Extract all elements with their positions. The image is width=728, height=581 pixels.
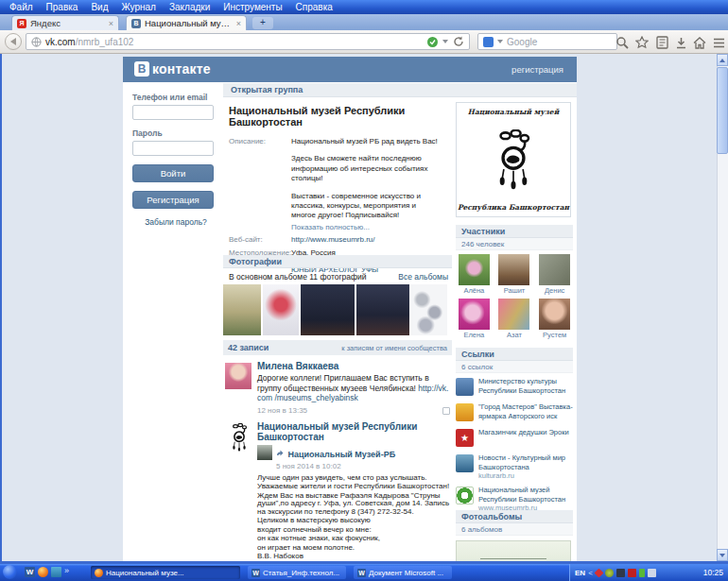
post-author-link[interactable]: Милена Вяккаева — [257, 361, 450, 371]
search-input[interactable]: Google — [477, 33, 617, 50]
member-name[interactable]: Алёна — [456, 286, 493, 295]
close-tab-icon[interactable]: × — [236, 19, 241, 28]
register-button[interactable]: Регистрация — [132, 191, 214, 209]
link-item[interactable]: Национальный музей Республики Башкортост… — [456, 486, 573, 512]
links-section-header[interactable]: Ссылки — [456, 348, 573, 361]
search-icon[interactable] — [615, 35, 630, 50]
avatar[interactable] — [459, 299, 490, 330]
link-text[interactable]: "Город Мастеров" Выставка-ярмарка Авторс… — [478, 402, 573, 420]
search-engine-caret-icon[interactable] — [497, 40, 503, 43]
bookmark-star-icon[interactable] — [634, 35, 650, 50]
tray-antivirus-icon[interactable] — [594, 568, 603, 577]
link-text[interactable]: Национальный музей Республики Башкортост… — [478, 486, 573, 504]
vk-logo[interactable]: В контакте — [134, 61, 211, 77]
scroll-up-button[interactable] — [717, 54, 728, 66]
start-button[interactable] — [3, 565, 17, 579]
link-text[interactable]: Магазинчик дедушки Эроки — [478, 428, 573, 437]
downloads-icon[interactable] — [673, 35, 688, 50]
hamburger-menu-icon[interactable] — [711, 35, 726, 50]
post-author-link[interactable]: Национальный музей Республики Башкортост… — [257, 421, 452, 442]
tray-app-icon[interactable] — [616, 569, 625, 577]
reload-icon[interactable] — [453, 36, 464, 47]
photo-thumbnail[interactable] — [301, 284, 355, 335]
home-icon[interactable] — [692, 35, 707, 50]
repost-avatar[interactable] — [257, 445, 272, 460]
members-count[interactable]: 246 человек — [456, 238, 573, 250]
menu-history[interactable]: Журнал — [114, 0, 163, 14]
scroll-down-button[interactable] — [717, 549, 728, 561]
firefox-quicklaunch-icon[interactable] — [38, 567, 48, 577]
password-field[interactable] — [132, 141, 214, 156]
menu-help[interactable]: Справка — [289, 0, 339, 14]
member-name[interactable]: Елена — [456, 331, 493, 339]
avatar[interactable] — [539, 299, 570, 330]
bookmarks-panel-icon[interactable] — [654, 35, 669, 50]
registration-link[interactable]: регистрация — [511, 64, 563, 75]
albums-count[interactable]: 6 альбомов — [456, 523, 573, 536]
taskbar-clock[interactable]: 10:25 — [703, 568, 723, 577]
show-more-link[interactable]: Показать полностью... — [291, 223, 442, 232]
member[interactable]: Рустем — [536, 299, 573, 339]
avatar[interactable] — [539, 254, 570, 285]
photo-thumbnail[interactable] — [356, 284, 409, 335]
show-desktop-icon[interactable] — [51, 567, 61, 577]
link-item[interactable]: ★ Магазинчик дедушки Эроки — [456, 428, 573, 448]
search-engine-icon[interactable] — [483, 37, 494, 47]
member-name[interactable]: Азат — [496, 331, 533, 339]
all-albums-link[interactable]: Все альбомы — [398, 272, 448, 282]
avatar[interactable] — [459, 254, 490, 285]
menu-view[interactable]: Вид — [84, 0, 114, 14]
quicklaunch-overflow-chevron[interactable]: » — [64, 566, 69, 575]
back-button[interactable] — [5, 33, 22, 50]
wall-filter-link[interactable]: к записям от имени сообщества — [341, 344, 447, 352]
website-link[interactable]: http://www.museumrb.ru/ — [291, 235, 442, 245]
avatar[interactable] — [498, 299, 529, 330]
login-button[interactable]: Войти — [132, 164, 214, 182]
member-name[interactable]: Рашит — [496, 286, 533, 295]
member[interactable]: Рашит — [496, 254, 533, 295]
avatar[interactable] — [227, 423, 251, 452]
link-item[interactable]: Министерство культуры Республики Башкорт… — [456, 377, 573, 397]
menu-file[interactable]: Файл — [3, 0, 40, 14]
member[interactable]: Денис — [536, 254, 573, 295]
language-indicator[interactable]: EN — [575, 569, 585, 577]
word-quicklaunch-icon[interactable]: W — [25, 567, 35, 577]
security-check-icon[interactable] — [427, 37, 438, 47]
tray-battery-icon[interactable] — [639, 569, 645, 577]
tab-yandex[interactable]: Я Яндекс × — [11, 15, 119, 30]
email-field[interactable] — [132, 105, 214, 120]
member-name[interactable]: Рустем — [536, 331, 573, 339]
links-count[interactable]: 6 ссылок — [456, 361, 573, 373]
member-name[interactable]: Денис — [536, 286, 573, 295]
group-avatar[interactable]: Национальный музей Республика Башкортост… — [456, 102, 571, 217]
link-item[interactable]: Новости - Культурный мир Башкортостана k… — [456, 453, 573, 480]
photos-section-header[interactable]: Фотографии — [223, 255, 452, 268]
taskbar-task-word-doc2[interactable]: W Документ Microsoft ... — [354, 566, 452, 579]
new-tab-button[interactable]: + — [252, 17, 273, 29]
tray-update-icon[interactable] — [628, 569, 636, 577]
tray-network-icon[interactable] — [648, 569, 656, 577]
link-text[interactable]: Министерство культуры Республики Башкорт… — [478, 377, 573, 395]
forgot-password-link[interactable]: Забыли пароль? — [132, 217, 219, 227]
menu-edit[interactable]: Правка — [40, 0, 85, 14]
member[interactable]: Елена — [456, 299, 493, 339]
photo-thumbnail[interactable] — [411, 284, 447, 335]
url-bar[interactable]: vk.com/nmrb_ufa102 — [26, 33, 470, 50]
menu-bookmarks[interactable]: Закладки — [163, 0, 217, 14]
post-actions-icon[interactable] — [442, 407, 450, 415]
taskbar-task-firefox[interactable]: Национальный музе... — [91, 566, 240, 579]
taskbar-task-word-doc1[interactable]: W Статья_Инф.технол... — [248, 566, 346, 579]
repost-author-link[interactable]: Национальный Музей-РБ — [287, 450, 395, 459]
close-tab-icon[interactable]: × — [109, 19, 113, 28]
tab-vk-group[interactable]: В Национальный музей Респу... × — [126, 15, 247, 30]
photo-thumbnail[interactable] — [223, 284, 261, 335]
link-text[interactable]: Новости - Культурный мир Башкортостана — [478, 453, 573, 471]
tray-shield-icon[interactable] — [605, 569, 614, 577]
albums-section-header[interactable]: Фотоальбомы — [456, 510, 573, 523]
post-date[interactable]: 12 ноя в 13:35 — [257, 406, 450, 415]
scrollbar-thumb[interactable] — [717, 67, 728, 154]
avatar[interactable] — [498, 254, 529, 285]
link-item[interactable]: "Город Мастеров" Выставка-ярмарка Авторс… — [456, 402, 573, 422]
photo-thumbnail[interactable] — [263, 284, 299, 335]
member[interactable]: Азат — [496, 299, 533, 339]
